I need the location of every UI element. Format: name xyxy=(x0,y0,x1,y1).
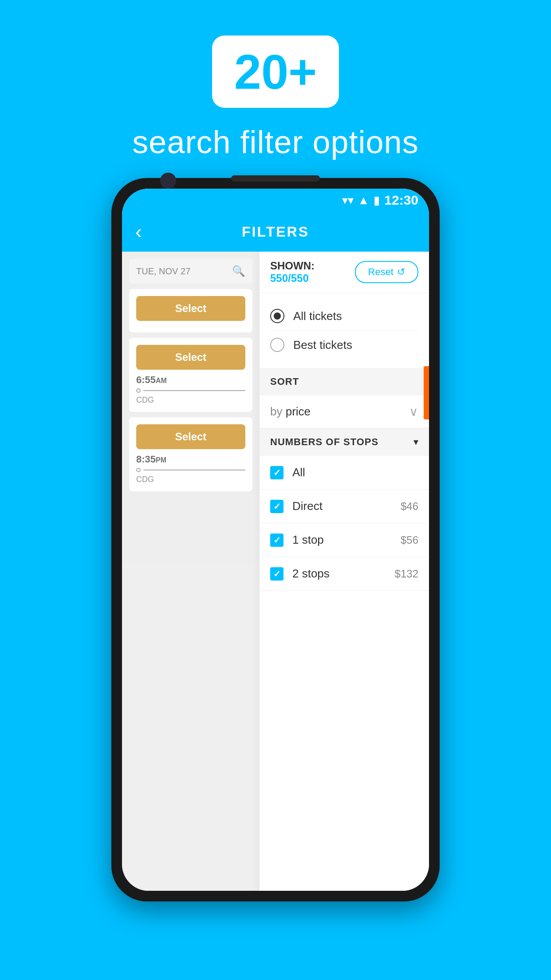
stop-label-all: All xyxy=(292,466,305,479)
sort-section-header: SORT xyxy=(260,368,429,395)
stop-label-2stops: 2 stops xyxy=(292,567,330,581)
search-icon: 🔍 xyxy=(232,265,245,277)
stops-section-header[interactable]: NUMBERS OF STOPS ▾ xyxy=(260,428,429,456)
stop-left-2stops: ✓ 2 stops xyxy=(270,567,330,581)
ticket-section: All tickets Best tickets xyxy=(260,293,429,368)
count-badge: 20+ xyxy=(212,36,339,108)
flight-line-2 xyxy=(136,388,245,393)
stop-left-direct: ✓ Direct xyxy=(270,499,323,513)
phone-speaker xyxy=(231,175,320,182)
stop-price-2stops: $132 xyxy=(395,568,418,580)
left-panel: TUE, NOV 27 🔍 Select Select 6:55AM xyxy=(122,252,260,891)
radio-best-tickets[interactable]: Best tickets xyxy=(270,331,418,359)
phone-device: ▾▾ ▲ ▮ 12:30 ‹ FILTERS TUE, NOV 27 🔍 xyxy=(111,178,440,901)
battery-icon: ▮ xyxy=(374,194,380,207)
stop-option-direct[interactable]: ✓ Direct $46 xyxy=(260,490,429,523)
nav-title: FILTERS xyxy=(242,224,309,240)
radio-label-all: All tickets xyxy=(293,309,342,323)
scroll-indicator xyxy=(424,366,429,419)
stops-title: NUMBERS OF STOPS xyxy=(270,436,378,448)
checkbox-1stop[interactable]: ✓ xyxy=(270,533,283,547)
back-button[interactable]: ‹ xyxy=(135,221,142,243)
screen-content: TUE, NOV 27 🔍 Select Select 6:55AM xyxy=(122,252,429,891)
dot-icon xyxy=(136,388,141,393)
filter-panel: SHOWN: 550/550 Reset ↺ All tickets xyxy=(260,252,429,891)
status-time: 12:30 xyxy=(384,193,418,208)
stop-option-2stops[interactable]: ✓ 2 stops $132 xyxy=(260,557,429,591)
radio-all-tickets[interactable]: All tickets xyxy=(270,302,418,330)
sort-title: SORT xyxy=(270,376,299,387)
status-icons: ▾▾ ▲ ▮ 12:30 xyxy=(342,193,418,208)
signal-icon: ▲ xyxy=(358,194,370,207)
top-section: 20+ search filter options xyxy=(132,0,418,160)
flight-code-2: CDG xyxy=(136,395,245,405)
sort-label: by price xyxy=(270,405,311,419)
shown-count: 550/550 xyxy=(270,272,309,284)
date-bar: TUE, NOV 27 🔍 xyxy=(129,259,252,284)
reset-button[interactable]: Reset ↺ xyxy=(355,261,418,283)
date-text: TUE, NOV 27 xyxy=(136,266,190,277)
sort-dropdown[interactable]: by price ∨ xyxy=(260,395,429,428)
stop-left-1stop: ✓ 1 stop xyxy=(270,533,324,547)
filter-header: SHOWN: 550/550 Reset ↺ xyxy=(260,252,429,293)
select-button-3[interactable]: Select xyxy=(136,424,245,449)
stop-label-1stop: 1 stop xyxy=(292,533,324,547)
count-text: 20+ xyxy=(234,44,317,99)
flight-time-2: 6:55AM xyxy=(136,374,245,386)
flight-card-3: Select 8:35PM CDG xyxy=(129,417,252,491)
stop-option-1stop[interactable]: ✓ 1 stop $56 xyxy=(260,523,429,557)
stops-chevron-icon: ▾ xyxy=(413,436,418,448)
shown-label: SHOWN: 550/550 xyxy=(270,260,355,285)
tagline-text: search filter options xyxy=(132,124,418,160)
checkbox-direct[interactable]: ✓ xyxy=(270,500,283,513)
phone-screen: ▾▾ ▲ ▮ 12:30 ‹ FILTERS TUE, NOV 27 🔍 xyxy=(122,189,429,891)
flight-time-3: 8:35PM xyxy=(136,454,245,465)
chevron-down-icon: ∨ xyxy=(409,404,418,419)
stop-price-direct: $46 xyxy=(401,500,418,513)
stop-price-1stop: $56 xyxy=(401,534,418,546)
status-bar: ▾▾ ▲ ▮ 12:30 xyxy=(122,189,429,212)
flight-code-3: CDG xyxy=(136,475,245,484)
stop-left-all: ✓ All xyxy=(270,466,305,479)
nav-bar: ‹ FILTERS xyxy=(122,212,429,252)
sort-by-word: by xyxy=(270,405,286,418)
reset-icon: ↺ xyxy=(397,266,405,278)
wifi-icon: ▾▾ xyxy=(342,194,354,207)
stop-label-direct: Direct xyxy=(292,499,323,513)
line-icon xyxy=(143,390,245,391)
sort-price-word: price xyxy=(286,405,311,418)
select-button-2[interactable]: Select xyxy=(136,345,245,370)
select-button-1[interactable]: Select xyxy=(136,296,245,321)
radio-circle-all xyxy=(270,309,284,323)
flight-line-3 xyxy=(136,468,245,472)
radio-label-best: Best tickets xyxy=(293,338,352,352)
flight-card-2: Select 6:55AM CDG xyxy=(129,338,252,412)
checkbox-all[interactable]: ✓ xyxy=(270,466,283,479)
dot-icon-3 xyxy=(136,468,141,472)
reset-label: Reset xyxy=(368,266,394,278)
phone-camera xyxy=(160,173,176,189)
phone-outer: ▾▾ ▲ ▮ 12:30 ‹ FILTERS TUE, NOV 27 🔍 xyxy=(111,178,440,901)
line-icon-3 xyxy=(143,470,245,470)
stop-option-all[interactable]: ✓ All xyxy=(260,456,429,490)
checkbox-2stops[interactable]: ✓ xyxy=(270,567,283,581)
radio-circle-best xyxy=(270,338,284,352)
flight-card-1: Select xyxy=(129,289,252,332)
